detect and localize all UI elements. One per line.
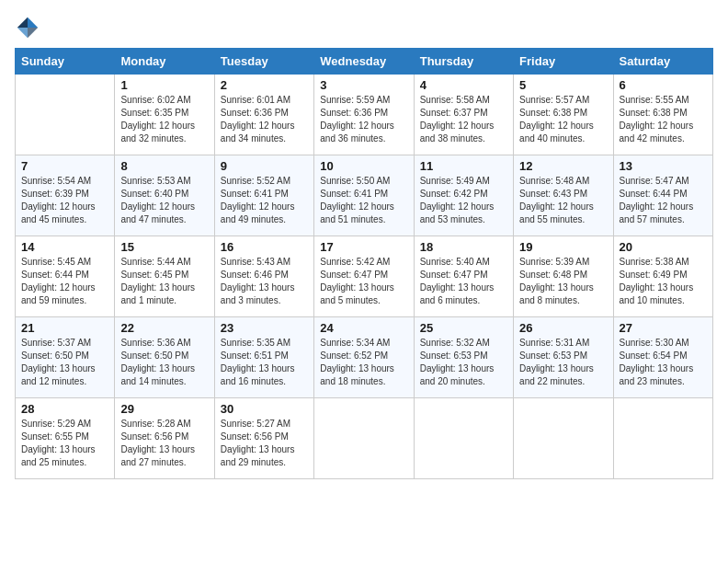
calendar-cell bbox=[414, 398, 513, 479]
day-number: 24 bbox=[320, 321, 407, 335]
calendar-cell: 11Sunrise: 5:49 AM Sunset: 6:42 PM Dayli… bbox=[414, 155, 513, 236]
calendar-cell: 7Sunrise: 5:54 AM Sunset: 6:39 PM Daylig… bbox=[16, 155, 115, 236]
calendar-cell: 1Sunrise: 6:02 AM Sunset: 6:35 PM Daylig… bbox=[115, 75, 214, 155]
day-number: 2 bbox=[221, 78, 308, 92]
day-number: 20 bbox=[620, 240, 707, 254]
day-number: 14 bbox=[21, 240, 108, 254]
day-number: 12 bbox=[519, 159, 607, 173]
day-number: 25 bbox=[420, 321, 507, 335]
calendar-cell: 15Sunrise: 5:44 AM Sunset: 6:45 PM Dayli… bbox=[115, 236, 214, 317]
calendar-cell: 12Sunrise: 5:48 AM Sunset: 6:43 PM Dayli… bbox=[514, 155, 613, 236]
logo-icon bbox=[15, 15, 40, 40]
day-info: Sunrise: 5:43 AM Sunset: 6:46 PM Dayligh… bbox=[221, 256, 308, 307]
day-number: 23 bbox=[221, 321, 308, 335]
weekday-header-saturday: Saturday bbox=[613, 49, 712, 75]
day-number: 29 bbox=[120, 402, 208, 416]
calendar-cell: 25Sunrise: 5:32 AM Sunset: 6:53 PM Dayli… bbox=[414, 317, 513, 398]
weekday-header-wednesday: Wednesday bbox=[314, 49, 414, 75]
weekday-header-sunday: Sunday bbox=[16, 49, 115, 75]
day-info: Sunrise: 5:59 AM Sunset: 6:36 PM Dayligh… bbox=[320, 94, 407, 145]
calendar-cell bbox=[314, 398, 414, 479]
week-row-2: 7Sunrise: 5:54 AM Sunset: 6:39 PM Daylig… bbox=[16, 155, 713, 236]
calendar-cell: 16Sunrise: 5:43 AM Sunset: 6:46 PM Dayli… bbox=[214, 236, 313, 317]
week-row-1: 1Sunrise: 6:02 AM Sunset: 6:35 PM Daylig… bbox=[16, 75, 713, 155]
calendar-cell bbox=[613, 398, 712, 479]
calendar-cell: 21Sunrise: 5:37 AM Sunset: 6:50 PM Dayli… bbox=[16, 317, 115, 398]
day-info: Sunrise: 5:50 AM Sunset: 6:41 PM Dayligh… bbox=[320, 175, 407, 226]
calendar-cell: 5Sunrise: 5:57 AM Sunset: 6:38 PM Daylig… bbox=[514, 75, 613, 155]
day-info: Sunrise: 5:47 AM Sunset: 6:44 PM Dayligh… bbox=[620, 175, 707, 226]
calendar-cell bbox=[514, 398, 613, 479]
day-info: Sunrise: 5:38 AM Sunset: 6:49 PM Dayligh… bbox=[620, 256, 707, 307]
day-number: 21 bbox=[21, 321, 108, 335]
calendar-cell: 2Sunrise: 6:01 AM Sunset: 6:36 PM Daylig… bbox=[214, 75, 313, 155]
calendar-cell: 29Sunrise: 5:28 AM Sunset: 6:56 PM Dayli… bbox=[115, 398, 214, 479]
day-number: 6 bbox=[620, 78, 707, 92]
day-number: 27 bbox=[620, 321, 707, 335]
day-number: 17 bbox=[320, 240, 407, 254]
day-info: Sunrise: 5:27 AM Sunset: 6:56 PM Dayligh… bbox=[221, 418, 308, 469]
logo bbox=[15, 15, 44, 40]
calendar-cell: 3Sunrise: 5:59 AM Sunset: 6:36 PM Daylig… bbox=[314, 75, 414, 155]
calendar-cell: 19Sunrise: 5:39 AM Sunset: 6:48 PM Dayli… bbox=[514, 236, 613, 317]
day-number: 22 bbox=[120, 321, 208, 335]
calendar-cell: 27Sunrise: 5:30 AM Sunset: 6:54 PM Dayli… bbox=[613, 317, 712, 398]
day-info: Sunrise: 5:40 AM Sunset: 6:47 PM Dayligh… bbox=[420, 256, 507, 307]
day-number: 5 bbox=[519, 78, 607, 92]
calendar-cell: 30Sunrise: 5:27 AM Sunset: 6:56 PM Dayli… bbox=[214, 398, 313, 479]
weekday-header-friday: Friday bbox=[514, 49, 613, 75]
day-info: Sunrise: 5:58 AM Sunset: 6:37 PM Dayligh… bbox=[420, 94, 507, 145]
day-number: 8 bbox=[120, 159, 208, 173]
day-info: Sunrise: 5:45 AM Sunset: 6:44 PM Dayligh… bbox=[21, 256, 108, 307]
calendar-cell: 13Sunrise: 5:47 AM Sunset: 6:44 PM Dayli… bbox=[613, 155, 712, 236]
day-info: Sunrise: 5:55 AM Sunset: 6:38 PM Dayligh… bbox=[620, 94, 707, 145]
week-row-3: 14Sunrise: 5:45 AM Sunset: 6:44 PM Dayli… bbox=[16, 236, 713, 317]
day-info: Sunrise: 5:34 AM Sunset: 6:52 PM Dayligh… bbox=[320, 337, 407, 388]
calendar-cell: 18Sunrise: 5:40 AM Sunset: 6:47 PM Dayli… bbox=[414, 236, 513, 317]
day-info: Sunrise: 5:28 AM Sunset: 6:56 PM Dayligh… bbox=[120, 418, 208, 469]
calendar-cell: 17Sunrise: 5:42 AM Sunset: 6:47 PM Dayli… bbox=[314, 236, 414, 317]
week-row-5: 28Sunrise: 5:29 AM Sunset: 6:55 PM Dayli… bbox=[16, 398, 713, 479]
calendar-cell: 20Sunrise: 5:38 AM Sunset: 6:49 PM Dayli… bbox=[613, 236, 712, 317]
day-number: 10 bbox=[320, 159, 407, 173]
weekday-header-monday: Monday bbox=[115, 49, 214, 75]
day-number: 1 bbox=[120, 78, 208, 92]
day-number: 30 bbox=[221, 402, 308, 416]
day-number: 9 bbox=[221, 159, 308, 173]
weekday-header-row: SundayMondayTuesdayWednesdayThursdayFrid… bbox=[16, 49, 713, 75]
day-info: Sunrise: 6:01 AM Sunset: 6:36 PM Dayligh… bbox=[221, 94, 308, 145]
day-number: 11 bbox=[420, 159, 507, 173]
day-number: 16 bbox=[221, 240, 308, 254]
day-info: Sunrise: 6:02 AM Sunset: 6:35 PM Dayligh… bbox=[120, 94, 208, 145]
svg-marker-1 bbox=[17, 17, 28, 28]
day-info: Sunrise: 5:30 AM Sunset: 6:54 PM Dayligh… bbox=[620, 337, 707, 388]
day-number: 26 bbox=[519, 321, 607, 335]
day-number: 4 bbox=[420, 78, 507, 92]
weekday-header-thursday: Thursday bbox=[414, 49, 513, 75]
day-info: Sunrise: 5:31 AM Sunset: 6:53 PM Dayligh… bbox=[519, 337, 607, 388]
day-info: Sunrise: 5:49 AM Sunset: 6:42 PM Dayligh… bbox=[420, 175, 507, 226]
week-row-4: 21Sunrise: 5:37 AM Sunset: 6:50 PM Dayli… bbox=[16, 317, 713, 398]
calendar-cell: 14Sunrise: 5:45 AM Sunset: 6:44 PM Dayli… bbox=[16, 236, 115, 317]
day-info: Sunrise: 5:57 AM Sunset: 6:38 PM Dayligh… bbox=[519, 94, 607, 145]
day-info: Sunrise: 5:32 AM Sunset: 6:53 PM Dayligh… bbox=[420, 337, 507, 388]
calendar-cell: 28Sunrise: 5:29 AM Sunset: 6:55 PM Dayli… bbox=[16, 398, 115, 479]
day-info: Sunrise: 5:48 AM Sunset: 6:43 PM Dayligh… bbox=[519, 175, 607, 226]
calendar-cell: 9Sunrise: 5:52 AM Sunset: 6:41 PM Daylig… bbox=[214, 155, 313, 236]
day-info: Sunrise: 5:29 AM Sunset: 6:55 PM Dayligh… bbox=[21, 418, 108, 469]
day-info: Sunrise: 5:39 AM Sunset: 6:48 PM Dayligh… bbox=[519, 256, 607, 307]
day-info: Sunrise: 5:35 AM Sunset: 6:51 PM Dayligh… bbox=[221, 337, 308, 388]
day-info: Sunrise: 5:37 AM Sunset: 6:50 PM Dayligh… bbox=[21, 337, 108, 388]
svg-marker-0 bbox=[28, 17, 38, 28]
day-info: Sunrise: 5:36 AM Sunset: 6:50 PM Dayligh… bbox=[120, 337, 208, 388]
calendar-cell bbox=[16, 75, 115, 155]
day-number: 28 bbox=[21, 402, 108, 416]
day-number: 13 bbox=[620, 159, 707, 173]
day-info: Sunrise: 5:53 AM Sunset: 6:40 PM Dayligh… bbox=[120, 175, 208, 226]
calendar-cell: 8Sunrise: 5:53 AM Sunset: 6:40 PM Daylig… bbox=[115, 155, 214, 236]
day-number: 19 bbox=[519, 240, 607, 254]
day-number: 3 bbox=[320, 78, 407, 92]
calendar-cell: 24Sunrise: 5:34 AM Sunset: 6:52 PM Dayli… bbox=[314, 317, 414, 398]
day-info: Sunrise: 5:44 AM Sunset: 6:45 PM Dayligh… bbox=[120, 256, 208, 307]
day-number: 7 bbox=[21, 159, 108, 173]
